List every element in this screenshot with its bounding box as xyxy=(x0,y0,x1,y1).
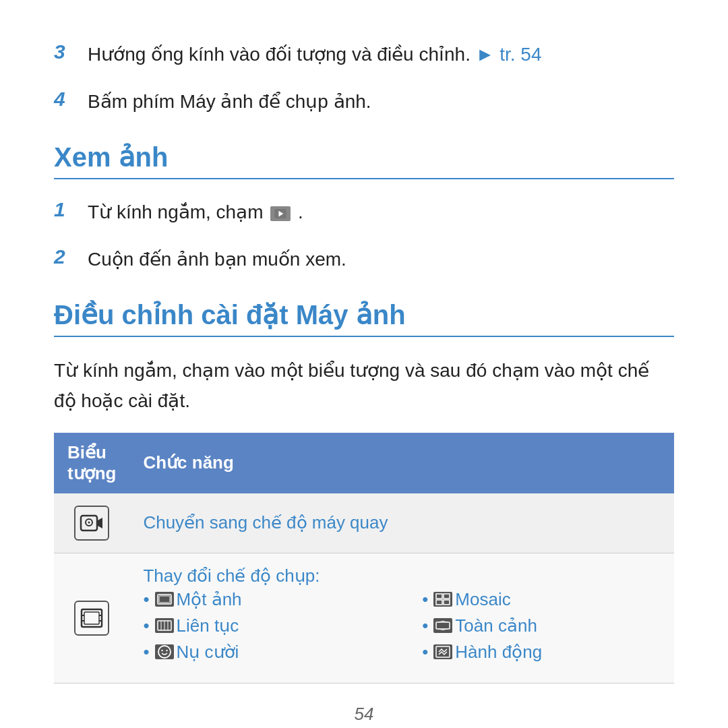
svg-rect-21 xyxy=(436,594,442,599)
section1-step-1: 1 Từ kính ngắm, chạm . xyxy=(54,198,674,226)
svg-rect-7 xyxy=(84,612,99,624)
play-icon xyxy=(270,206,291,221)
svg-point-20 xyxy=(166,650,167,651)
table-header-col1: Biểu tượng xyxy=(54,433,129,493)
svg-rect-23 xyxy=(436,600,442,605)
camera-video-icon xyxy=(74,506,109,541)
toan-canh-icon xyxy=(433,618,452,633)
section2-divider xyxy=(54,336,674,337)
page-content: 3 Hướng ống kính vào đối tượng và điều c… xyxy=(0,0,728,728)
table-header-col2: Chức năng xyxy=(129,433,674,493)
svg-rect-22 xyxy=(444,594,450,599)
svg-rect-26 xyxy=(436,646,450,657)
table-row-1-func: Chuyển sang chế độ máy quay xyxy=(129,493,674,553)
svg-marker-3 xyxy=(98,518,102,528)
nu-cuoi-icon xyxy=(155,644,174,659)
shoot-mode-icon xyxy=(74,601,109,636)
section1-step-number-2: 2 xyxy=(54,245,88,268)
table-row-1-icon-cell xyxy=(54,493,129,553)
svg-rect-13 xyxy=(159,596,170,603)
section1-title: Xem ảnh xyxy=(54,142,674,173)
table-row-1: Chuyển sang chế độ máy quay xyxy=(54,493,674,553)
left-list: Một ảnh xyxy=(143,589,382,668)
section1-step-text-2: Cuộn đến ảnh bạn muốn xem. xyxy=(88,245,346,274)
step-text-3: Hướng ống kính vào đối tượng và điều chỉ… xyxy=(88,40,542,69)
step-number-4: 4 xyxy=(54,88,88,111)
page-number: 54 xyxy=(54,684,674,725)
svg-rect-24 xyxy=(444,600,450,605)
right-list: Mosaic Toàn cảnh xyxy=(422,589,661,668)
svg-point-5 xyxy=(88,521,90,523)
svg-rect-25 xyxy=(436,622,450,629)
mosaic-icon xyxy=(433,592,452,607)
shoot-mode-lists: Một ảnh xyxy=(143,586,661,671)
list-item-mosaic: Mosaic xyxy=(422,589,661,610)
step-4: 4 Bấm phím Máy ảnh để chụp ảnh. xyxy=(54,88,674,116)
lien-tuc-icon xyxy=(155,618,174,633)
list-item-mot-anh: Một ảnh xyxy=(143,589,382,610)
step-text-4: Bấm phím Máy ảnh để chụp ảnh. xyxy=(88,88,371,116)
table-row-2-icon-cell xyxy=(54,553,129,683)
link-ref-3: ► tr. 54 xyxy=(476,44,542,65)
table-header-row: Biểu tượng Chức năng xyxy=(54,433,674,493)
section1-divider xyxy=(54,178,674,179)
list-item-hanh-dong: Hành động xyxy=(422,642,661,663)
section1-step-number-1: 1 xyxy=(54,198,88,221)
mot-anh-icon xyxy=(155,592,174,607)
list-item-toan-canh: Toàn cảnh xyxy=(422,615,661,636)
svg-point-19 xyxy=(161,650,162,651)
section2-title: Điều chỉnh cài đặt Máy ảnh xyxy=(54,299,674,330)
section1-step-text-1: Từ kính ngắm, chạm . xyxy=(88,198,303,226)
shoot-mode-title: Thay đổi chế độ chụp: xyxy=(143,566,320,586)
step-3: 3 Hướng ống kính vào đối tượng và điều c… xyxy=(54,40,674,69)
table-row-2: Thay đổi chế độ chụp: Một ảnh xyxy=(54,553,674,683)
list-item-lien-tuc: Liên tục xyxy=(143,615,382,636)
svg-point-18 xyxy=(158,646,171,658)
section1-step-2: 2 Cuộn đến ảnh bạn muốn xem. xyxy=(54,245,674,274)
list-item-nu-cuoi: Nụ cười xyxy=(143,642,382,663)
hanh-dong-icon xyxy=(433,644,452,659)
step-number-3: 3 xyxy=(54,40,88,63)
feature-table: Biểu tượng Chức năng xyxy=(54,433,674,684)
table-row-2-func: Thay đổi chế độ chụp: Một ảnh xyxy=(129,553,674,683)
section2-description: Từ kính ngắm, chạm vào một biểu tượng và… xyxy=(54,356,674,417)
